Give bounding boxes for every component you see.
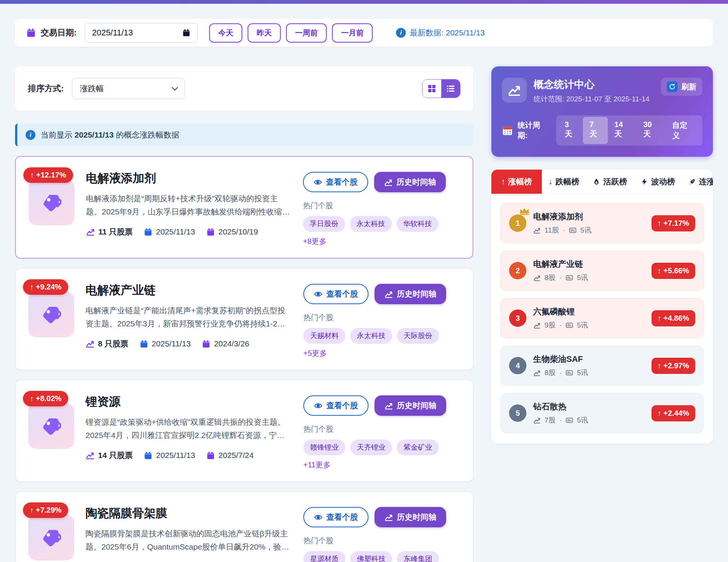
grid-view-button[interactable] [422, 80, 441, 98]
calendar-alt-icon [206, 228, 215, 236]
ranking-row[interactable]: 4 生物柴油SAF 8股· 5讯 ↑+2.97% [500, 346, 704, 386]
crown-icon [519, 207, 530, 215]
view-stocks-button[interactable]: 查看个股 [303, 507, 369, 527]
stock-chip[interactable]: 佛塑科技 [350, 551, 392, 562]
stock-chip[interactable]: 永太科技 [350, 216, 392, 232]
stock-chip[interactable]: 天赐材料 [303, 328, 346, 344]
up-arrow-icon: ↑ [658, 361, 661, 370]
history-timeline-button[interactable]: 历史时间轴 [374, 172, 446, 192]
period-7d[interactable]: 7天 [583, 117, 608, 144]
stock-chip[interactable]: 孚日股份 [303, 216, 345, 232]
view-stocks-button[interactable]: 查看个股 [303, 172, 368, 192]
stock-chart-icon [533, 417, 541, 424]
up-arrow-icon: ↑ [658, 409, 661, 418]
ranking-row[interactable]: 1 电解液添加剂 11股· 5讯 ↑+7.17% [500, 203, 704, 243]
list-view-button[interactable] [441, 80, 460, 98]
concept-list-column: 排序方式: 涨跌幅 i 当前显示 2025/11/13 的概念 [15, 66, 473, 562]
ranking-row[interactable]: 5 钻石散热 7股· 5讯 ↑+2.44% [500, 393, 704, 433]
tab-gainers[interactable]: ↑ 涨幅榜 [491, 170, 542, 194]
week-ago-button[interactable]: 一周前 [286, 23, 327, 43]
stock-chip[interactable]: 华软科技 [396, 216, 439, 232]
hot-stocks-label: 热门个股 [303, 536, 462, 546]
current-view-banner: i 当前显示 2025/11/13 的概念涨跌幅数据 [15, 124, 473, 146]
rank-meta: 8股· 5讯 [533, 273, 645, 283]
flame-icon [593, 178, 600, 185]
quick-date-buttons: 今天 昨天 一周前 一月前 [209, 23, 373, 43]
start-date: 2025/7/24 [219, 451, 254, 460]
trade-date-input[interactable]: 2025/11/13 [85, 23, 198, 43]
stock-chip[interactable]: 星源材质 [303, 551, 346, 562]
concept-card[interactable]: ↑+8.02% 锂资源 锂资源是“政策驱动+供给收缩”双重逻辑共振的投资主题。2… [15, 380, 473, 482]
concept-meta: 14 只股票 2025/11/13 2025/7/24 [86, 450, 292, 461]
rocket-icon [688, 178, 696, 185]
concept-actions: 查看个股 历史时间轴 热门个股 孚日股份 永太科技 华软科技 +8更多 [303, 170, 461, 247]
tab-losers[interactable]: ↓ 跌幅榜 [542, 170, 586, 194]
stock-chip[interactable]: 紫金矿业 [397, 439, 439, 455]
bolt-icon [641, 178, 648, 185]
view-stocks-button[interactable]: 查看个股 [303, 284, 369, 304]
period-14d[interactable]: 14天 [608, 117, 637, 144]
history-timeline-button[interactable]: 历史时间轴 [375, 395, 446, 416]
tab-streak[interactable]: 连涨榜 [682, 170, 713, 194]
tab-volatility[interactable]: 波动榜 [634, 170, 682, 194]
sort-card: 排序方式: 涨跌幅 [15, 66, 473, 111]
today-button[interactable]: 今天 [209, 23, 242, 43]
concept-description: 电解液添加剂是“周期反转+技术升级”双轮驱动的投资主题。2025年9月，山东孚日… [86, 192, 292, 218]
stock-chart-icon [533, 227, 541, 234]
concept-thumb: ↑+12.17% [29, 170, 75, 247]
rank-title: 电解液添加剂 [533, 211, 645, 222]
period-30d[interactable]: 30天 [636, 117, 665, 144]
tab-active[interactable]: 活跃榜 [586, 170, 634, 194]
concept-actions: 查看个股 历史时间轴 热门个股 星源材质 佛塑科技 东峰集团 +5更多 [303, 505, 462, 562]
rank-number: 4 [509, 357, 526, 374]
stats-center-panel: 概念统计中心 统计范围: 2025-11-07 至 2025-11-14 刷新 … [491, 66, 713, 157]
concept-card[interactable]: ↑+7.29% 陶瓷隔膜骨架膜 陶瓷隔膜骨架膜是技术创新驱动的固态电池产业链β升… [15, 492, 473, 562]
calendar-emoji-icon [502, 125, 513, 136]
rank-title: 六氟磷酸锂 [533, 306, 645, 317]
timeline-chart-icon [384, 513, 393, 522]
refresh-icon [667, 81, 678, 92]
yesterday-button[interactable]: 昨天 [248, 23, 281, 43]
concept-body: 电解液添加剂 电解液添加剂是“周期反转+技术升级”双轮驱动的投资主题。2025年… [86, 170, 292, 247]
stock-chart-icon [533, 274, 541, 282]
change-badge: ↑+8.02% [23, 391, 68, 406]
date-picker-icon[interactable] [182, 29, 191, 37]
stock-chip[interactable]: 天齐锂业 [350, 439, 392, 455]
concept-card[interactable]: ↑+12.17% 电解液添加剂 电解液添加剂是“周期反转+技术升级”双轮驱动的投… [15, 156, 473, 259]
latest-date: 2025/11/13 [156, 451, 195, 460]
latest-date: 2025/11/13 [156, 227, 195, 236]
more-stocks-link[interactable]: +8更多 [303, 236, 327, 247]
ranking-row[interactable]: 2 电解液产业链 8股· 5讯 ↑+5.66% [500, 251, 704, 291]
tag-icon [41, 528, 61, 547]
more-stocks-link[interactable]: +11更多 [303, 460, 330, 470]
stock-chip[interactable]: 天际股份 [397, 328, 439, 344]
up-arrow-icon: ↑ [658, 314, 661, 323]
stock-chip[interactable]: 永太科技 [350, 328, 392, 344]
period-3d[interactable]: 3天 [558, 117, 583, 144]
tag-icon [41, 416, 61, 436]
stock-chip[interactable]: 赣锋锂业 [303, 439, 346, 455]
up-arrow-icon: ↑ [501, 177, 505, 186]
ranking-row[interactable]: 3 六氟磷酸锂 9股· 5讯 ↑+4.86% [500, 298, 704, 338]
period-custom[interactable]: 自定义 [665, 117, 701, 144]
stock-chip[interactable]: 东峰集团 [397, 551, 439, 562]
history-timeline-button[interactable]: 历史时间轴 [375, 507, 446, 527]
view-stocks-button[interactable]: 查看个股 [303, 395, 369, 416]
more-stocks-link[interactable]: +5更多 [303, 348, 327, 358]
up-arrow-icon: ↑ [30, 394, 34, 403]
chevron-down-icon [172, 84, 178, 91]
rank-change-pill: ↑+2.44% [652, 405, 695, 421]
history-timeline-button[interactable]: 历史时间轴 [375, 284, 446, 304]
sort-select[interactable]: 涨跌幅 [72, 78, 185, 99]
stats-range: 统计范围: 2025-11-07 至 2025-11-14 [534, 94, 650, 104]
calendar-icon [26, 28, 36, 38]
concept-card[interactable]: ↑+9.24% 电解液产业链 电解液产业链是“产能出清尾声+需求复苏初期”的拐点… [15, 268, 473, 370]
up-arrow-icon: ↑ [30, 171, 34, 179]
trade-date-label: 交易日期: [41, 27, 76, 38]
refresh-button[interactable]: 刷新 [661, 78, 702, 96]
rank-meta: 11股· 5讯 [533, 225, 645, 235]
month-ago-button[interactable]: 一月前 [332, 23, 373, 43]
concept-body: 电解液产业链 电解液产业链是“产能出清尾声+需求复苏初期”的拐点型投资主题。20… [86, 282, 292, 358]
view-toggle [422, 79, 460, 98]
concept-title: 电解液添加剂 [86, 170, 292, 186]
